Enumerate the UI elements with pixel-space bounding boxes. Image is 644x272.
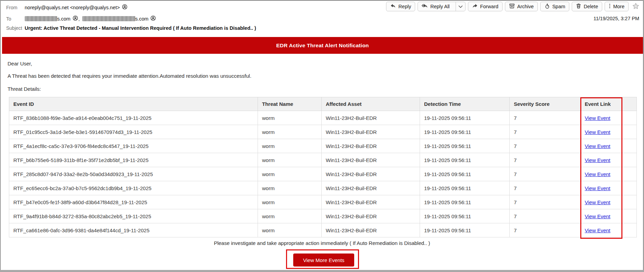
table-row: RTF_ec65ecc6-bc2a-37a0-b7c5-9562dc1db9b4… xyxy=(9,181,637,195)
column-header: Affected Asset xyxy=(322,97,420,111)
column-header: Event ID xyxy=(9,97,258,111)
detection-time-cell: 19-11-2025 09:56:11 xyxy=(420,111,510,125)
star-flag-button[interactable] xyxy=(632,2,640,11)
view-event-link[interactable]: View Event xyxy=(585,115,610,121)
affected-asset-cell: Win11-23H2-Buil-EDR xyxy=(322,209,420,223)
threat-details-label: Threat Details: xyxy=(8,86,41,92)
view-event-link[interactable]: View Event xyxy=(585,213,610,219)
email-toolbar: Reply Reply All Forward Archive Spam Del… xyxy=(386,2,640,11)
footer-note-text: Please investigate and take appropriate … xyxy=(0,240,644,246)
table-row: RTF_ca661e86-0afc-3d96-9381-da4e84f144cd… xyxy=(9,223,637,237)
event-link-cell: View Event xyxy=(581,181,637,195)
view-event-link[interactable]: View Event xyxy=(585,185,610,191)
event-id-cell: RTF_4a1ecf8c-ca5c-37e3-9706-f84edc8c4547… xyxy=(9,139,258,153)
event-id-cell: RTF_ec65ecc6-bc2a-37a0-b7c5-9562dc1db9b4… xyxy=(9,181,258,195)
from-address[interactable]: noreply@qualys.net <noreply@qualys.net> xyxy=(25,5,120,10)
to-row: To s.com , s.com xyxy=(6,15,156,22)
redacted-recipient-2 xyxy=(82,16,135,21)
contact-card-icon[interactable] xyxy=(73,15,78,22)
reply-all-icon xyxy=(421,3,428,10)
table-row: RTF_9a4f91b8-b84d-3272-835a-80c82abc2eb5… xyxy=(9,209,637,223)
redacted-recipient-1 xyxy=(25,16,57,21)
banner-title: EDR Active Threat Alert Notification xyxy=(276,42,369,49)
column-header: Event Link xyxy=(581,97,637,111)
window-border-left xyxy=(0,0,1,272)
recipient-2-suffix[interactable]: s.com xyxy=(135,16,149,22)
trash-icon xyxy=(576,3,581,10)
severity-score-cell: 7 xyxy=(510,181,581,195)
event-link-cell: View Event xyxy=(581,195,637,209)
table-row: RTF_b47e0c05-fe1f-38f9-a60d-d3b647f84d28… xyxy=(9,195,637,209)
threat-name-cell: worm xyxy=(258,167,322,181)
view-event-link[interactable]: View Event xyxy=(585,227,610,233)
event-link-cell: View Event xyxy=(581,153,637,167)
event-link-cell: View Event xyxy=(581,167,637,181)
detection-time-cell: 19-11-2025 09:56:11 xyxy=(420,153,510,167)
from-row: From noreply@qualys.net <noreply@qualys.… xyxy=(6,4,127,11)
detection-time-cell: 19-11-2025 09:56:11 xyxy=(420,195,510,209)
table-row: RTF_836b1088-f69e-3a5e-a914-e0eab004c751… xyxy=(9,111,637,125)
threat-name-cell: worm xyxy=(258,223,322,237)
reply-all-button[interactable]: Reply All xyxy=(418,2,465,11)
table-row: RTF_4a1ecf8c-ca5c-37e3-9706-f84edc8c4547… xyxy=(9,139,637,153)
alert-banner: EDR Active Threat Alert Notification xyxy=(2,37,643,54)
contact-card-icon[interactable] xyxy=(150,15,156,22)
affected-asset-cell: Win11-23H2-Buil-EDR xyxy=(322,153,420,167)
view-more-events-button[interactable]: View More Events xyxy=(293,254,354,267)
view-event-link[interactable]: View Event xyxy=(585,171,610,177)
window-scrollbar-bottom[interactable] xyxy=(0,270,644,272)
affected-asset-cell: Win11-23H2-Buil-EDR xyxy=(322,111,420,125)
spam-button[interactable]: Spam xyxy=(540,2,569,11)
event-id-cell: RTF_b6b755e6-5189-311b-8f1e-35f71e2db5bf… xyxy=(9,153,258,167)
severity-score-cell: 7 xyxy=(510,139,581,153)
severity-score-cell: 7 xyxy=(510,153,581,167)
received-date: 11/19/2025, 3:27 PM xyxy=(593,16,639,21)
detection-time-cell: 19-11-2025 09:56:11 xyxy=(420,181,510,195)
affected-asset-cell: Win11-23H2-Buil-EDR xyxy=(322,195,420,209)
archive-button[interactable]: Archive xyxy=(505,2,538,11)
chevron-down-icon xyxy=(458,4,463,9)
severity-score-cell: 7 xyxy=(510,111,581,125)
reply-button[interactable]: Reply xyxy=(386,2,415,11)
view-event-link[interactable]: View Event xyxy=(585,143,610,149)
forward-icon xyxy=(472,3,478,10)
view-event-link[interactable]: View Event xyxy=(585,157,610,163)
threat-table-body: RTF_836b1088-f69e-3a5e-a914-e0eab004c751… xyxy=(9,111,637,237)
table-row: RTF_01c95cc5-3a1d-3e5e-b3e1-5914670974d3… xyxy=(9,125,637,139)
subject-text: Urgent: Active Threat Detected - Manual … xyxy=(25,25,256,31)
subject-row: Subject Urgent: Active Threat Detected -… xyxy=(6,25,256,31)
affected-asset-cell: Win11-23H2-Buil-EDR xyxy=(322,223,420,237)
reply-all-dropdown[interactable] xyxy=(456,2,465,11)
table-row: RTF_b6b755e6-5189-311b-8f1e-35f71e2db5bf… xyxy=(9,153,637,167)
threat-name-cell: worm xyxy=(258,111,322,125)
to-label: To xyxy=(6,16,25,22)
affected-asset-cell: Win11-23H2-Buil-EDR xyxy=(322,181,420,195)
detection-time-cell: 19-11-2025 09:56:11 xyxy=(420,139,510,153)
event-link-cell: View Event xyxy=(581,223,637,237)
delete-button[interactable]: Delete xyxy=(572,2,602,11)
threat-name-cell: worm xyxy=(258,209,322,223)
detection-time-cell: 19-11-2025 09:56:11 xyxy=(420,167,510,181)
column-header: Threat Name xyxy=(258,97,322,111)
table-row: RTF_285c8d07-947d-33a2-8e2b-50a0d34d0923… xyxy=(9,167,637,181)
recipient-separator: , xyxy=(78,16,80,22)
window-border-top xyxy=(0,0,644,1)
star-icon xyxy=(632,2,640,11)
view-event-link[interactable]: View Event xyxy=(585,129,610,135)
threat-table: Event IDThreat NameAffected AssetDetecti… xyxy=(9,97,637,237)
intro-text: A Threat has been detected that requires… xyxy=(8,73,251,79)
contact-card-icon[interactable] xyxy=(122,4,127,11)
severity-score-cell: 7 xyxy=(510,209,581,223)
more-button[interactable]: More xyxy=(605,2,629,11)
event-id-cell: RTF_01c95cc5-3a1d-3e5e-b3e1-5914670974d3… xyxy=(9,125,258,139)
view-event-link[interactable]: View Event xyxy=(585,199,610,205)
recipient-1-suffix[interactable]: s.com xyxy=(57,16,71,22)
detection-time-cell: 19-11-2025 09:56:11 xyxy=(420,125,510,139)
spam-flame-icon xyxy=(544,3,550,10)
threat-name-cell: worm xyxy=(258,153,322,167)
forward-button[interactable]: Forward xyxy=(468,2,503,11)
affected-asset-cell: Win11-23H2-Buil-EDR xyxy=(322,167,420,181)
column-header: Detection Time xyxy=(420,97,510,111)
severity-score-cell: 7 xyxy=(510,195,581,209)
threat-name-cell: worm xyxy=(258,139,322,153)
